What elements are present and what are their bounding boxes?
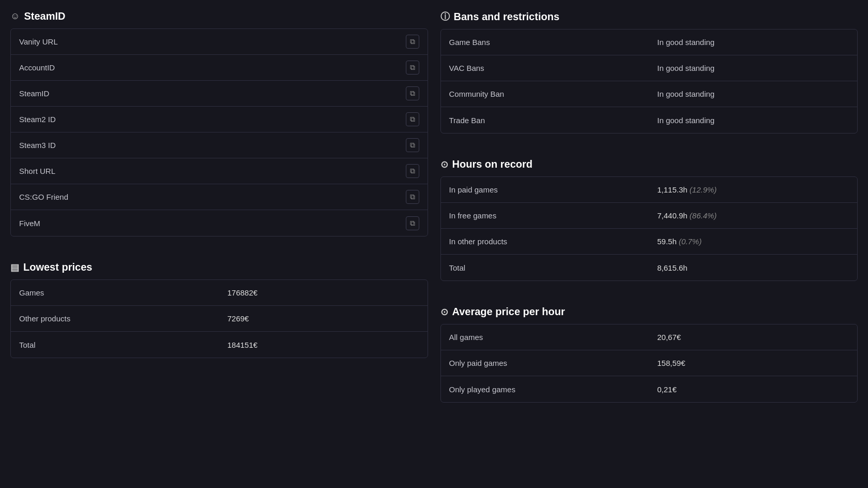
copy-button[interactable]: ⧉ (406, 138, 419, 152)
table-row: In paid games 1,115.3h (12.9%) (441, 177, 858, 203)
copy-button[interactable]: ⧉ (406, 112, 419, 126)
table-row: Trade Ban In good standing (441, 107, 858, 133)
csgofriend-label: CS:GO Friend (11, 186, 204, 208)
other-products-label: Other products (11, 308, 219, 329)
steam3id-label: Steam3 ID (11, 135, 204, 156)
avg-price-table: All games 20,67€ Only paid games 158,59€… (440, 324, 858, 403)
free-games-label: In free games (441, 205, 649, 226)
table-row: AccountID ⧉ (11, 55, 428, 81)
table-row: Only played games 0,21€ (441, 376, 858, 402)
steam2id-label: Steam2 ID (11, 109, 204, 130)
avg-price-section: ⊙ Average price per hour All games 20,67… (440, 306, 858, 403)
table-row: VAC Bans In good standing (441, 55, 858, 81)
table-row: In other products 59.5h (0.7%) (441, 229, 858, 255)
avg-price-icon: ⊙ (440, 306, 448, 318)
steamid-title: ☺ SteamID (10, 10, 428, 22)
lowest-prices-title-text: Lowest prices (23, 261, 92, 273)
game-bans-label: Game Bans (441, 32, 649, 53)
vanity-url-value (204, 36, 398, 48)
copy-button[interactable]: ⧉ (406, 164, 419, 178)
accountid-value (204, 62, 398, 74)
total-value: 184151€ (219, 334, 428, 356)
copy-button[interactable]: ⧉ (406, 86, 419, 100)
copy-button[interactable]: ⧉ (406, 190, 419, 204)
hours-section: ⊙ Hours on record In paid games 1,115.3h… (440, 158, 858, 281)
shorturl-label: Short URL (11, 160, 204, 182)
table-row: Total 8,615.6h (441, 255, 858, 280)
steamid-section: ☺ SteamID Vanity URL ⧉ AccountID ⧉ (10, 10, 428, 236)
total-hours-label: Total (441, 257, 649, 278)
fivem-value (204, 217, 398, 229)
table-row: SteamID ⧉ (11, 81, 428, 107)
community-ban-value: In good standing (649, 83, 857, 105)
hours-icon: ⊙ (440, 159, 448, 170)
shorturl-value (204, 165, 398, 178)
table-row: FiveM ⧉ (11, 210, 428, 236)
table-row: Only paid games 158,59€ (441, 350, 858, 376)
table-row: In free games 7,440.9h (86.4%) (441, 203, 858, 229)
paid-games-label: In paid games (441, 179, 649, 200)
steamid-label: SteamID (11, 83, 204, 104)
other-products-hours-label: In other products (441, 231, 649, 252)
vanity-url-label: Vanity URL (11, 31, 204, 52)
table-row: CS:GO Friend ⧉ (11, 184, 428, 210)
vac-bans-value: In good standing (649, 57, 857, 79)
table-row: Total 184151€ (11, 332, 428, 358)
vanity-url-copy[interactable]: ⧉ (398, 31, 428, 53)
steam2id-value (204, 113, 398, 126)
all-games-value: 20,67€ (649, 327, 857, 348)
copy-button[interactable]: ⧉ (406, 61, 419, 75)
avg-price-title-text: Average price per hour (452, 306, 565, 318)
all-games-label: All games (441, 327, 649, 348)
copy-button[interactable]: ⧉ (406, 216, 419, 230)
copy-button[interactable]: ⧉ (406, 35, 419, 49)
steamid-title-text: SteamID (24, 10, 65, 22)
only-paid-games-value: 158,59€ (649, 352, 857, 374)
paid-games-value: 1,115.3h (12.9%) (649, 179, 857, 200)
table-row: Game Bans In good standing (441, 29, 858, 55)
total-hours-value: 8,615.6h (649, 257, 857, 278)
table-row: Other products 7269€ (11, 306, 428, 332)
steamid-table: Vanity URL ⧉ AccountID ⧉ SteamID (10, 28, 428, 236)
bans-section: ⓘ Bans and restrictions Game Bans In goo… (440, 10, 858, 134)
trade-ban-value: In good standing (649, 110, 857, 131)
hours-title: ⊙ Hours on record (440, 158, 858, 170)
csgofriend-value (204, 191, 398, 203)
bans-icon: ⓘ (440, 10, 450, 23)
hours-title-text: Hours on record (452, 158, 533, 170)
only-played-games-value: 0,21€ (649, 379, 857, 400)
table-row: All games 20,67€ (441, 324, 858, 350)
steamid-value (204, 87, 398, 100)
avg-price-title: ⊙ Average price per hour (440, 306, 858, 318)
bans-table: Game Bans In good standing VAC Bans In g… (440, 29, 858, 134)
community-ban-label: Community Ban (441, 83, 649, 105)
steamid-icon: ☺ (10, 11, 20, 22)
free-games-value: 7,440.9h (86.4%) (649, 205, 857, 226)
table-row: Steam2 ID ⧉ (11, 107, 428, 132)
only-paid-games-label: Only paid games (441, 352, 649, 374)
steam3id-value (204, 139, 398, 152)
accountid-label: AccountID (11, 57, 204, 78)
bans-title: ⓘ Bans and restrictions (440, 10, 858, 23)
table-row: Vanity URL ⧉ (11, 29, 428, 55)
total-label: Total (11, 334, 219, 356)
table-row: Games 176882€ (11, 280, 428, 306)
games-label: Games (11, 282, 219, 303)
fivem-label: FiveM (11, 213, 204, 234)
lowest-prices-title: ▤ Lowest prices (10, 261, 428, 273)
trade-ban-label: Trade Ban (441, 110, 649, 131)
table-row: Steam3 ID ⧉ (11, 132, 428, 158)
table-row: Short URL ⧉ (11, 158, 428, 184)
games-value: 176882€ (219, 282, 428, 303)
bans-title-text: Bans and restrictions (454, 11, 560, 23)
other-products-value: 7269€ (219, 308, 428, 329)
other-products-hours-value: 59.5h (0.7%) (649, 231, 857, 252)
hours-table: In paid games 1,115.3h (12.9%) In free g… (440, 176, 858, 281)
lowest-prices-section: ▤ Lowest prices Games 176882€ Other prod… (10, 261, 428, 358)
table-row: Community Ban In good standing (441, 81, 858, 107)
lowest-prices-table: Games 176882€ Other products 7269€ Total… (10, 279, 428, 358)
only-played-games-label: Only played games (441, 379, 649, 400)
vac-bans-label: VAC Bans (441, 57, 649, 79)
game-bans-value: In good standing (649, 32, 857, 53)
lowest-prices-icon: ▤ (10, 262, 19, 273)
